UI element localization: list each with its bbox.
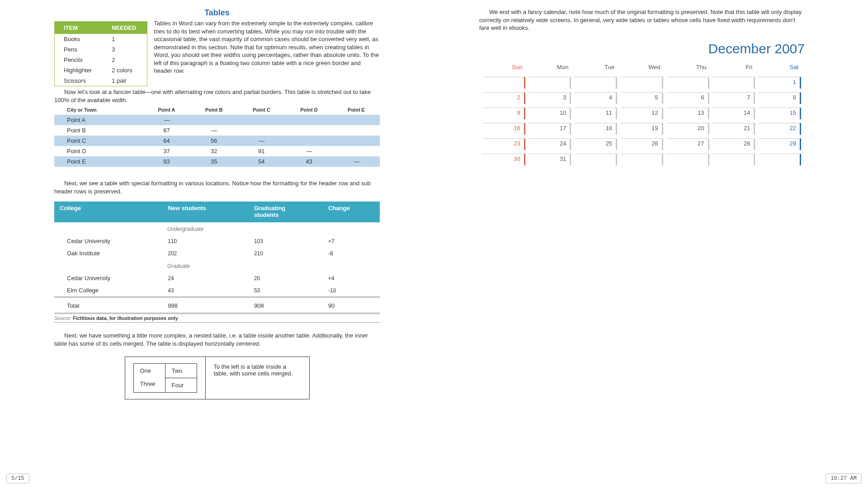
- inner-cell-one: One Three: [133, 364, 165, 393]
- calendar-title: December 2007: [479, 41, 805, 56]
- para-special-formatting: Next, we see a table with special format…: [54, 179, 380, 195]
- inner-cell-four: Four: [165, 378, 197, 393]
- left-page: Tables ITEM NEEDED Books1Pens3Pencils2Hi…: [54, 8, 380, 399]
- nested-outer-table: One Three Two Four To the left is a tabl…: [125, 357, 310, 399]
- section-title: Tables: [54, 8, 380, 18]
- right-page: We end with a fancy calendar, note how m…: [479, 8, 805, 399]
- nested-caption: To the left is a table inside a table, w…: [205, 357, 309, 399]
- college-table: CollegeNew studentsGraduatingstudentsCha…: [54, 202, 380, 312]
- th-needed: NEEDED: [103, 22, 147, 34]
- source-label: Source:: [54, 315, 71, 321]
- page-counter[interactable]: 5/15: [6, 474, 29, 483]
- inner-cell-two: Two: [165, 364, 197, 378]
- para-fancier-table: Now let's look at a fancier table—one wi…: [54, 88, 380, 104]
- para-nested-table: Next, we have something a little more co…: [54, 332, 380, 347]
- nested-inner-table: One Three Two Four: [133, 363, 197, 393]
- clock: 10:27 AM: [826, 474, 862, 483]
- source-text: Fictitious data, for illustration purpos…: [71, 315, 178, 321]
- calendar-intro: We end with a fancy calendar, note how m…: [479, 8, 805, 32]
- source-note: Source: Fictitious data, for illustratio…: [54, 313, 380, 323]
- nested-cell-inner: One Three Two Four: [125, 357, 205, 399]
- distance-table: City or TownPoint APoint BPoint CPoint D…: [54, 105, 380, 167]
- th-item: ITEM: [55, 22, 103, 34]
- calendar-table: SunMonTueWedThuFriSat 123456789101112131…: [479, 59, 805, 169]
- supplies-table: ITEM NEEDED Books1Pens3Pencils2Highlight…: [54, 21, 147, 86]
